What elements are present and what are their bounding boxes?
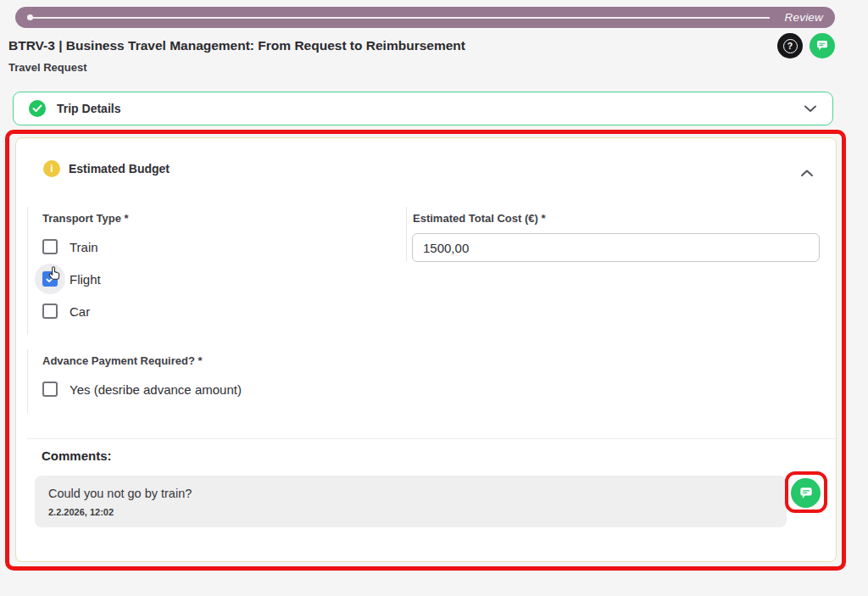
section-divider: [27, 438, 838, 439]
advance-yes-checkbox[interactable]: [42, 382, 58, 397]
flight-label: Flight: [70, 272, 101, 287]
checkbox-option-advance-yes[interactable]: Yes (desribe advance amount): [42, 381, 451, 398]
page-title: BTRV-3 | Business Travel Management: Fro…: [8, 38, 465, 53]
checkbox-option-car[interactable]: Car: [42, 303, 392, 320]
advance-payment-label: Advance Payment Required? *: [42, 354, 451, 367]
field-advance-payment: Advance Payment Required? * Yes (desribe…: [27, 349, 451, 413]
help-button[interactable]: ?: [777, 33, 803, 58]
travel-request-page: Review BTRV-3 | Business Travel Manageme…: [0, 0, 868, 596]
comments-button[interactable]: [810, 33, 835, 58]
chevron-up-icon[interactable]: [800, 165, 814, 181]
question-mark-icon: ?: [783, 39, 798, 53]
header-actions: ?: [777, 33, 835, 58]
checkbox-option-flight[interactable]: Flight: [42, 270, 392, 287]
page-subtitle: Travel Request: [8, 61, 87, 74]
checkbox-option-train[interactable]: Train: [42, 238, 392, 255]
train-checkbox[interactable]: [42, 239, 58, 254]
progress-track: [32, 17, 770, 19]
comments-heading: Comments:: [42, 448, 112, 463]
advance-yes-label: Yes (desribe advance amount): [70, 382, 242, 397]
field-estimated-total-cost: Estimated Total Cost (€) *: [406, 207, 834, 262]
chat-bubble-icon: [815, 38, 830, 53]
accordion-trip-details[interactable]: Trip Details: [13, 92, 833, 125]
train-label: Train: [70, 240, 98, 254]
check-circle-icon: [29, 100, 46, 117]
estimated-total-cost-input[interactable]: [412, 233, 820, 262]
car-label: Car: [70, 304, 90, 319]
transport-type-label: Transport Type *: [42, 212, 392, 225]
chevron-down-icon[interactable]: [804, 105, 817, 113]
estimated-budget-title: Estimated Budget: [69, 162, 170, 175]
comment-item: Could you not go by train? 2.2.2026, 12:…: [35, 476, 787, 527]
estimated-total-cost-label: Estimated Total Cost (€) *: [413, 212, 834, 225]
section-estimated-budget: i Estimated Budget Transport Type * Trai…: [15, 137, 837, 562]
car-checkbox[interactable]: [42, 304, 58, 319]
progress-stage-label: Review: [785, 11, 823, 24]
field-transport-type: Transport Type * Train Flight Ca: [27, 207, 392, 335]
info-icon: i: [43, 160, 60, 177]
comment-chat-button[interactable]: [791, 478, 821, 508]
progress-bar: Review: [15, 7, 835, 28]
chat-bubble-icon: [798, 485, 815, 502]
flight-checkbox[interactable]: [42, 271, 58, 287]
comment-timestamp: 2.2.2026, 12:02: [48, 507, 773, 517]
comment-text: Could you not go by train?: [48, 487, 773, 500]
trip-details-title: Trip Details: [57, 102, 120, 115]
